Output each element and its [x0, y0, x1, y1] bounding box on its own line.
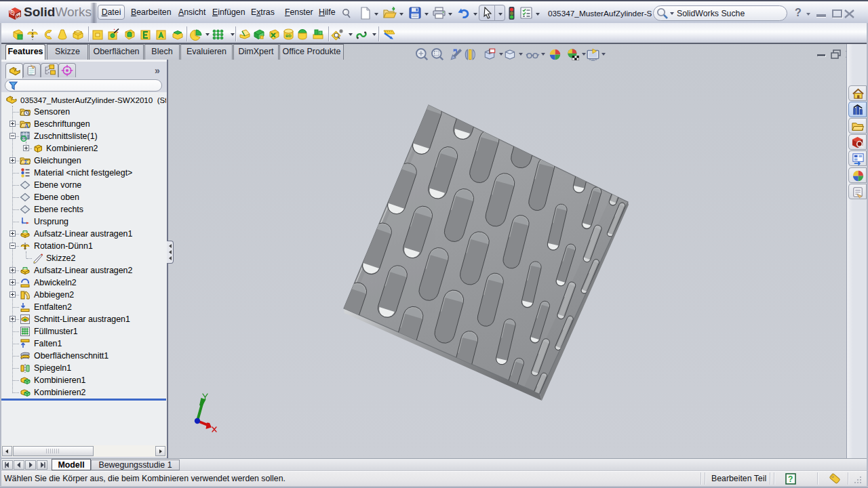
svg-text:?: ?: [788, 474, 793, 484]
svg-text:BD: BD: [285, 34, 292, 38]
svg-text:A: A: [24, 122, 30, 129]
svg-text:Σ: Σ: [24, 158, 28, 165]
